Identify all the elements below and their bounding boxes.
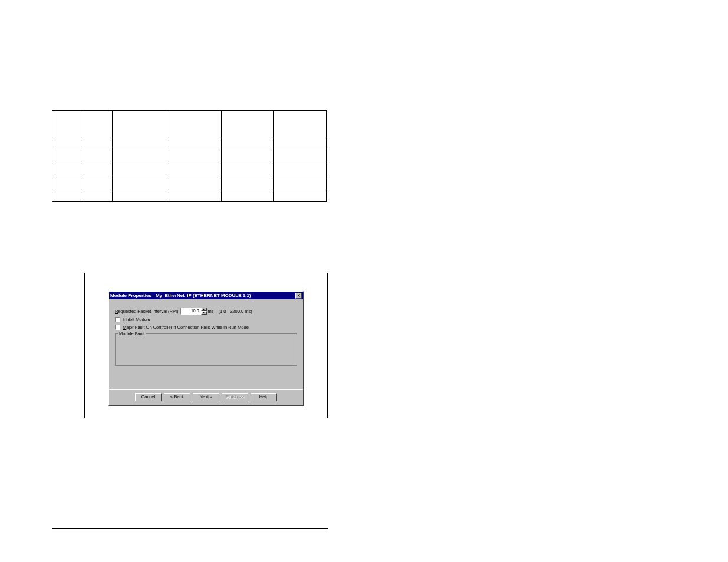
- table-row: [52, 137, 327, 150]
- rpi-spinner[interactable]: ▲ ▼: [201, 308, 207, 315]
- close-button[interactable]: ✕: [295, 293, 302, 299]
- rpi-label: Requested Packet Interval (RPI): [115, 309, 179, 314]
- titlebar: Module Properties - My_EtherNet_IP (ETHE…: [109, 292, 303, 299]
- table-header-1: [52, 111, 83, 137]
- table-header-2: [83, 111, 112, 137]
- button-row: Cancel < Back Next > Finish >> Help: [109, 393, 303, 401]
- help-button[interactable]: Help: [251, 393, 277, 401]
- module-properties-dialog: Module Properties - My_EtherNet_IP (ETHE…: [108, 291, 304, 406]
- table-header-6: [274, 111, 327, 137]
- table-header-3: [112, 111, 167, 137]
- rpi-row: Requested Packet Interval (RPI) 10.0 ▲ ▼…: [115, 308, 297, 315]
- table-header-4: [167, 111, 222, 137]
- separator: [109, 389, 303, 390]
- inhibit-row: Inhibit Module: [115, 317, 297, 322]
- next-button[interactable]: Next >: [193, 393, 219, 401]
- table-row: [52, 150, 327, 163]
- footer-separator: [52, 528, 328, 529]
- inhibit-checkbox[interactable]: [115, 317, 120, 322]
- rpi-input[interactable]: 10.0: [180, 308, 201, 315]
- finish-button[interactable]: Finish >>: [222, 393, 248, 401]
- figure-frame: Module Properties - My_EtherNet_IP (ETHE…: [84, 273, 328, 418]
- module-fault-label: Module Fault: [118, 331, 146, 336]
- major-fault-label: Major Fault On Controller If Connection …: [123, 325, 249, 330]
- rpi-unit: ms: [208, 309, 214, 314]
- major-fault-checkbox[interactable]: [115, 325, 120, 330]
- inhibit-label: Inhibit Module: [123, 317, 150, 322]
- table-row: [52, 189, 327, 202]
- table-header-5: [222, 111, 274, 137]
- cancel-button[interactable]: Cancel: [135, 393, 162, 401]
- titlebar-text: Module Properties - My_EtherNet_IP (ETHE…: [110, 293, 251, 298]
- rpi-range: (1.0 - 3200.0 ms): [219, 309, 252, 314]
- dialog-body: Requested Packet Interval (RPI) 10.0 ▲ ▼…: [109, 299, 303, 405]
- back-button[interactable]: < Back: [164, 393, 190, 401]
- data-table: [52, 110, 327, 202]
- module-fault-group: Module Fault: [115, 333, 297, 366]
- spinner-down-icon[interactable]: ▼: [201, 311, 207, 315]
- major-fault-row: Major Fault On Controller If Connection …: [115, 325, 297, 330]
- table-row: [52, 176, 327, 189]
- table-row: [52, 163, 327, 176]
